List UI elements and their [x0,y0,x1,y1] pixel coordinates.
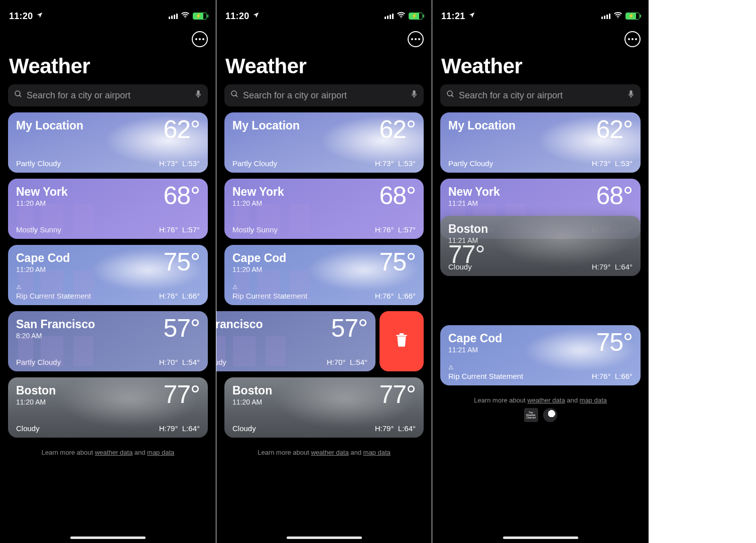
city-name: Cape Cod [16,252,70,264]
delete-button[interactable] [380,311,424,371]
weather-data-link[interactable]: weather data [95,449,133,456]
svg-point-1 [15,91,20,96]
weather-card-my-location[interactable]: My Location 62° Partly Cloudy H:73° L:53… [224,112,424,173]
weather-card-san-francisco[interactable]: San Francisco 8:20 AM 57° Partly Cloudy … [8,311,208,371]
temperature: 68° [596,186,633,206]
condition-text: Partly Cloudy [448,159,493,168]
search-input[interactable]: Search for a city or airport [8,84,208,106]
page-title: Weather [216,47,432,82]
search-icon [230,90,239,101]
high-low: H:79° L:64° [592,262,633,271]
city-time: 8:20 AM [16,332,95,340]
weather-card-cape-cod[interactable]: Cape Cod 11:21 AM 75° ⚠ Rip Current Stat… [440,325,641,385]
weather-card-cape-cod[interactable]: Cape Cod 11:20 AM 75° ⚠ Rip Current Stat… [8,245,208,305]
battery-charging-icon: ⚡ [409,13,423,20]
weather-card-san-francisco[interactable]: Francisco M 57° loudy H:70° L:54° [216,311,375,371]
svg-line-16 [452,95,454,97]
temperature: 62° [163,119,200,140]
condition-text: Rip Current Statement [232,292,307,300]
high-low: H:76° L:57° [159,225,200,234]
microphone-icon[interactable] [195,90,202,101]
ellipsis-icon [628,38,637,40]
weather-card-new-york[interactable]: New York 11:20 AM 68° Mostly Sunny H:76°… [224,179,424,239]
swipe-row[interactable]: Francisco M 57° loudy H:70° L:54° [224,311,424,371]
high-low: H:73° L:53° [159,159,200,168]
weather-alert: ⚠ [232,284,307,291]
city-name: My Location [16,119,83,132]
weather-card-boston[interactable]: Boston 11:20 AM 77° Cloudy H:79° L:64° [8,377,208,438]
svg-point-6 [231,91,236,96]
alert-icon: ⚠ [16,284,22,291]
weather-alert: ⚠ [448,364,523,371]
microphone-icon[interactable] [411,90,418,101]
search-input[interactable]: Search for a city or airport [224,84,424,106]
city-time: 11:21 AM [448,199,500,207]
more-button[interactable] [192,31,208,47]
weather-channel-logo[interactable]: TheWeatherChannel [524,408,538,422]
trash-icon [395,333,408,350]
home-indicator[interactable] [503,536,578,539]
svg-rect-11 [403,339,404,345]
temperature: 57° [331,318,367,338]
city-time: 11:20 AM [16,265,70,274]
city-name: Boston [448,223,633,235]
svg-line-2 [20,95,22,97]
city-list[interactable]: My Location 62° Partly Cloudy H:73° L:53… [0,112,216,438]
map-data-link[interactable]: map data [580,396,607,404]
high-low: H:73° L:53° [375,159,416,168]
weather-data-link[interactable]: weather data [311,449,348,456]
city-name: My Location [448,119,516,132]
home-indicator[interactable] [70,536,146,539]
page-title: Weather [0,47,216,82]
city-name: New York [232,186,284,198]
condition-text: Cloudy [232,424,256,433]
status-bar: 11:20 ⚡ [0,0,216,27]
location-services-icon [253,12,260,21]
signal-icon [601,13,610,19]
city-name: Cape Cod [232,252,286,264]
map-data-link[interactable]: map data [363,449,391,456]
map-data-link[interactable]: map data [147,449,174,456]
city-list[interactable]: My Location 62° Partly Cloudy H:73° L:53… [216,112,432,438]
city-name: Cape Cod [448,332,502,345]
weather-card-boston[interactable]: Boston 11:20 AM 77° Cloudy H:79° L:64° [224,377,424,438]
city-name: New York [448,186,500,198]
weather-card-my-location[interactable]: My Location 62° Partly Cloudy H:73° L:53… [440,112,641,173]
weather-card-my-location[interactable]: My Location 62° Partly Cloudy H:73° L:53… [8,112,208,173]
more-button[interactable] [624,31,641,47]
condition-text: Partly Cloudy [232,159,277,168]
svg-rect-3 [197,90,199,95]
weather-data-link[interactable]: weather data [527,396,565,404]
condition-text: Mostly Sunny [232,225,278,234]
weather-card-cape-cod[interactable]: Cape Cod 11:20 AM 75° ⚠ Rip Current Stat… [224,245,424,305]
city-time: 11:20 AM [16,398,56,406]
svg-rect-13 [400,333,404,335]
home-indicator[interactable] [287,536,362,539]
dark-sky-logo[interactable] [543,408,557,422]
alert-icon: ⚠ [232,284,238,291]
search-placeholder: Search for a city or airport [459,90,623,101]
temperature: 62° [379,119,416,140]
search-input[interactable]: Search for a city or airport [440,84,641,106]
city-time: 11:20 AM [16,199,68,207]
alert-icon: ⚠ [448,364,454,371]
more-button[interactable] [408,31,424,47]
condition-text: Rip Current Statement [448,372,523,380]
search-placeholder: Search for a city or airport [27,90,191,101]
city-time: 11:20 AM [232,265,286,274]
condition-text: loudy [216,358,226,366]
weather-card-new-york[interactable]: New York 11:20 AM 68° Mostly Sunny H:76°… [8,179,208,239]
battery-charging-icon: ⚡ [193,13,207,20]
condition-text: Partly Cloudy [16,358,61,366]
high-low: H:79° L:64° [159,424,200,433]
dragging-card-boston[interactable]: Boston 11:21 AM 77° Cloudy H:79° L:64° [440,216,641,276]
svg-rect-8 [413,90,415,95]
signal-icon [169,13,178,19]
high-low: H:76° L:66° [592,372,633,380]
battery-charging-icon: ⚡ [625,13,640,20]
ellipsis-icon [195,38,204,40]
microphone-icon[interactable] [627,90,635,101]
ellipsis-icon [411,38,420,40]
condition-text: Rip Current Statement [16,292,91,300]
condition-text: Cloudy [448,262,472,271]
